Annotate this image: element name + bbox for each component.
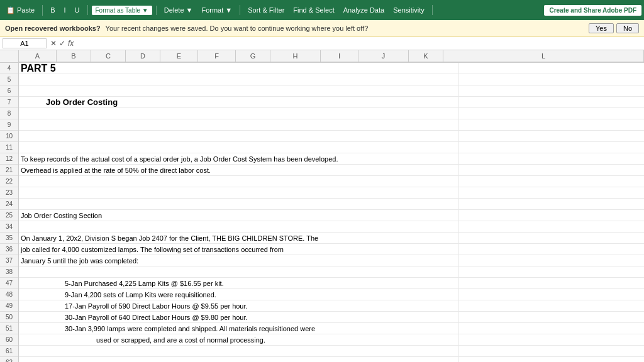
col-header-g[interactable]: G <box>236 50 270 62</box>
row-number-48: 48 <box>0 289 18 300</box>
col-header-i[interactable]: I <box>321 50 358 62</box>
table-row: 5-Jan Purchased 4,225 Lamp Kits @ $16.55… <box>19 278 644 289</box>
row-number-5: 5 <box>0 74 18 85</box>
col-header-c[interactable]: C <box>91 50 126 62</box>
col-header-e[interactable]: E <box>160 50 198 62</box>
right-toolbar: Create and Share Adobe PDF <box>544 5 641 16</box>
col-header-d[interactable]: D <box>126 50 160 62</box>
recovery-yes-button[interactable]: Yes <box>589 23 614 33</box>
row-number-61: 61 <box>0 346 18 357</box>
table-row <box>19 199 644 210</box>
format-as-table-button[interactable]: Format as Table ▼ <box>92 6 152 15</box>
cell-content[interactable]: To keep records of the actual cost of a … <box>19 153 459 164</box>
sort-filter-button[interactable]: Sort & Filter <box>244 5 288 15</box>
cell-content[interactable]: used or scrapped, and are a cost of norm… <box>19 334 459 345</box>
table-row <box>19 187 644 199</box>
formula-input[interactable] <box>77 40 641 47</box>
formula-bar: ✕ ✓ fx <box>0 36 644 50</box>
underline-button[interactable]: U <box>71 5 84 15</box>
row-number-36: 36 <box>0 244 18 255</box>
format-button[interactable]: Format ▼ <box>197 5 236 15</box>
cell-content[interactable]: job called for 4,000 customized lamps. T… <box>19 244 459 255</box>
cell-content[interactable]: 30-Jan Payroll of 640 Direct Labor Hours… <box>19 312 459 322</box>
cell-content[interactable] <box>19 221 459 232</box>
cell-content[interactable]: Job Order Costing Section <box>19 210 459 221</box>
table-row: Overhead is applied at the rate of 50% o… <box>19 165 644 176</box>
share-adobe-button[interactable]: Create and Share Adobe PDF <box>544 5 641 16</box>
table-row <box>19 142 644 153</box>
table-row <box>19 108 644 119</box>
paste-button[interactable]: 📋 Paste <box>3 5 38 16</box>
table-row: January 5 until the job was completed: <box>19 255 644 266</box>
recovery-bar: Open recovered workbooks? Your recent ch… <box>0 20 644 36</box>
bold-button[interactable]: B <box>47 5 58 15</box>
italic-button[interactable]: I <box>60 5 69 15</box>
row-number-24: 24 <box>0 199 18 210</box>
cell-reference-input[interactable] <box>3 38 47 48</box>
recovery-no-button[interactable]: No <box>616 23 639 33</box>
cell-content[interactable] <box>19 119 459 130</box>
table-row: PART 5 <box>19 63 644 74</box>
cell-content[interactable]: Overhead is applied at the rate of 50% o… <box>19 165 459 175</box>
cancel-formula-icon[interactable]: ✕ <box>50 39 57 48</box>
col-header-k[interactable]: K <box>409 50 443 62</box>
cell-content[interactable] <box>19 346 459 356</box>
cell-content[interactable]: 30-Jan 3,990 lamps were completed and sh… <box>19 323 459 334</box>
col-header-b[interactable]: B <box>57 50 91 62</box>
row-number-60: 60 <box>0 334 18 346</box>
cells-group: Delete ▼ Format ▼ <box>160 5 241 15</box>
cell-content[interactable]: PART 5 <box>19 63 459 74</box>
col-header-h[interactable]: H <box>270 50 321 62</box>
analyze-data-button[interactable]: Analyze Data <box>340 5 388 15</box>
row-number-4: 4 <box>0 63 18 74</box>
table-row <box>19 357 644 362</box>
recovery-text2: Your recent changes were saved. Do you w… <box>106 25 369 32</box>
cell-content[interactable] <box>19 142 459 153</box>
table-row <box>19 176 644 187</box>
cell-content[interactable] <box>19 357 459 362</box>
delete-button[interactable]: Delete ▼ <box>160 5 197 15</box>
row-number-10: 10 <box>0 131 18 142</box>
table-row <box>19 74 644 85</box>
table-row: 9-Jan 4,200 sets of Lamp Kits were requi… <box>19 289 644 300</box>
table-row: 30-Jan Payroll of 640 Direct Labor Hours… <box>19 312 644 323</box>
cell-content[interactable]: 5-Jan Purchased 4,225 Lamp Kits @ $16.55… <box>19 278 459 288</box>
cell-content[interactable] <box>19 176 459 187</box>
table-row: To keep records of the actual cost of a … <box>19 153 644 165</box>
row-number-35: 35 <box>0 233 18 244</box>
col-header-j[interactable]: J <box>358 50 409 62</box>
cell-content[interactable]: On January 1, 20x2, Division S began Job… <box>19 233 459 243</box>
cell-content[interactable] <box>19 74 459 85</box>
find-select-button[interactable]: Find & Select <box>289 5 338 15</box>
table-row <box>19 346 644 357</box>
paste-group: 📋 Paste <box>3 5 43 16</box>
col-header-l[interactable]: L <box>443 50 644 62</box>
cell-content[interactable] <box>19 108 459 119</box>
col-header-a[interactable]: A <box>19 50 57 62</box>
cell-content[interactable] <box>19 266 459 277</box>
row-numbers: 4567891011122122232425343536373847484950… <box>0 63 19 362</box>
insert-function-icon[interactable]: fx <box>68 39 74 48</box>
row-number-11: 11 <box>0 142 18 153</box>
cell-content[interactable]: 17-Jan Payroll of 590 Direct Labor Hours… <box>19 300 459 311</box>
row-number-6: 6 <box>0 85 18 97</box>
cell-content[interactable] <box>19 187 459 198</box>
col-header-f[interactable]: F <box>198 50 236 62</box>
editing-group: Sort & Filter Find & Select Analyze Data… <box>244 5 432 15</box>
cell-content[interactable] <box>19 85 459 96</box>
cell-content[interactable]: Job Order Costing <box>19 97 459 107</box>
table-row <box>19 266 644 278</box>
corner-cell <box>0 50 19 62</box>
recovery-buttons: Yes No <box>589 23 639 33</box>
row-number-51: 51 <box>0 323 18 334</box>
row-number-34: 34 <box>0 221 18 233</box>
confirm-formula-icon[interactable]: ✓ <box>59 39 65 48</box>
cell-content[interactable]: 9-Jan 4,200 sets of Lamp Kits were requi… <box>19 289 459 300</box>
cell-content[interactable] <box>19 131 459 141</box>
cell-content[interactable]: January 5 until the job was completed: <box>19 255 459 266</box>
table-row <box>19 221 644 233</box>
cell-content[interactable] <box>19 199 459 209</box>
spreadsheet-grid: A B C D E F G H I J K L 4567891011122122… <box>0 50 644 362</box>
format-group: Format as Table ▼ <box>92 6 157 15</box>
sensitivity-button[interactable]: Sensitivity <box>389 5 428 15</box>
